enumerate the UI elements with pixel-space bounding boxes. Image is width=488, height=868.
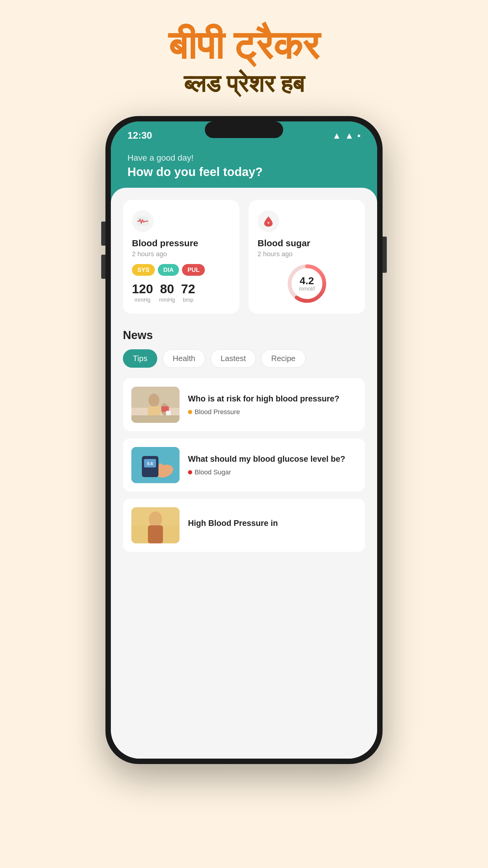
gauge-center: 4.2 mmol/l xyxy=(299,276,315,292)
tag-dot-2 xyxy=(188,470,192,474)
badge-dia: DIA xyxy=(158,264,179,276)
svg-text:+: + xyxy=(267,220,270,225)
tab-lastest[interactable]: Lastest xyxy=(210,349,256,368)
news-item-3[interactable]: High Blood Pressure in xyxy=(123,499,365,552)
news-image-2: 5.6 xyxy=(131,447,180,483)
sugar-gauge: 4.2 mmol/l xyxy=(258,264,356,303)
header-greeting: Have a good day! xyxy=(127,153,361,163)
signal-icon: ▲ xyxy=(345,130,354,141)
phone-mockup: 12:30 ▲ ▲ ▪ Have a good day! How do you … xyxy=(105,116,383,764)
news-item-2[interactable]: 5.6 What should my blood glucose level b… xyxy=(123,438,365,492)
badge-sys: SYS xyxy=(132,264,155,276)
gauge-value: 4.2 xyxy=(299,276,315,286)
news-title-3: High Blood Pressure in xyxy=(188,518,278,529)
blood-pressure-card[interactable]: Blood pressure 2 hours ago SYS DIA PUL 1… xyxy=(123,200,239,314)
side-button-vol-down xyxy=(101,255,105,279)
news-image-3 xyxy=(131,507,180,544)
sugar-icon: + xyxy=(263,215,274,227)
bp-pul-value: 72 bmp xyxy=(181,282,195,303)
badge-pul: PUL xyxy=(182,264,205,276)
bp-icon-bg xyxy=(132,210,154,232)
news-content-3: High Blood Pressure in xyxy=(188,518,278,532)
bp-values: 120 mmHg 80 mmHg 72 bmp xyxy=(132,282,230,303)
cards-row: Blood pressure 2 hours ago SYS DIA PUL 1… xyxy=(123,200,365,314)
sugar-card-time: 2 hours ago xyxy=(258,250,356,258)
svg-rect-11 xyxy=(166,411,171,415)
bp-dia-value: 80 mmHg xyxy=(159,282,175,303)
news-item-1[interactable]: Who is at risk for high blood pressure? … xyxy=(123,378,365,431)
news-title-1: Who is at risk for high blood pressure? xyxy=(188,394,339,404)
news-section-title: News xyxy=(123,329,365,342)
gauge-unit: mmol/l xyxy=(299,286,315,292)
news-content-1: Who is at risk for high blood pressure? … xyxy=(188,394,339,415)
app-title-area: बीपी ट्रैकर ब्लड प्रेशर हब xyxy=(168,0,320,98)
sugar-icon-bg: + xyxy=(258,210,279,232)
phone-notch xyxy=(205,121,283,138)
app-title-sub: ब्लड प्रेशर हब xyxy=(168,70,320,98)
svg-rect-21 xyxy=(148,525,163,544)
bp-card-title: Blood pressure xyxy=(132,238,230,248)
news-tag-2: Blood Sugar xyxy=(188,468,345,476)
blood-sugar-card[interactable]: + Blood sugar 2 hours ago xyxy=(249,200,365,314)
news-tag-1: Blood Pressure xyxy=(188,408,339,416)
phone-screen: 12:30 ▲ ▲ ▪ Have a good day! How do you … xyxy=(111,121,377,758)
news-image-1 xyxy=(131,387,180,423)
bp-sys-value: 120 mmHg xyxy=(132,282,153,303)
tab-tips[interactable]: Tips xyxy=(123,349,157,368)
svg-text:5.6: 5.6 xyxy=(147,461,153,466)
bp-badges: SYS DIA PUL xyxy=(132,264,230,276)
main-content: Blood pressure 2 hours ago SYS DIA PUL 1… xyxy=(111,188,377,758)
sugar-card-title: Blood sugar xyxy=(258,238,356,248)
news-title-2: What should my blood glucose level be? xyxy=(188,454,345,464)
news-tag-label-1: Blood Pressure xyxy=(195,408,240,416)
news-tag-label-2: Blood Sugar xyxy=(195,468,231,476)
tag-dot-1 xyxy=(188,410,192,414)
news-thumb-3 xyxy=(131,507,180,544)
status-time: 12:30 xyxy=(127,130,152,141)
bp-card-time: 2 hours ago xyxy=(132,250,230,258)
wifi-icon: ▲ xyxy=(332,130,341,141)
tab-health[interactable]: Health xyxy=(163,349,205,368)
side-button-vol-up xyxy=(101,221,105,246)
status-icons: ▲ ▲ ▪ xyxy=(332,130,361,141)
svg-rect-10 xyxy=(131,415,180,423)
header-question: How do you feel today? xyxy=(127,165,361,179)
tab-recipe[interactable]: Recipe xyxy=(261,349,305,368)
svg-rect-14 xyxy=(158,464,163,474)
news-thumb-1 xyxy=(131,387,180,423)
svg-point-6 xyxy=(149,394,159,407)
news-thumb-2: 5.6 xyxy=(131,447,180,483)
filter-tabs: Tips Health Lastest Recipe xyxy=(123,349,365,368)
app-title-main: बीपी ट्रैकर xyxy=(168,24,320,67)
bp-icon xyxy=(137,217,149,226)
news-content-2: What should my blood glucose level be? B… xyxy=(188,454,345,476)
svg-rect-22 xyxy=(131,507,180,525)
gauge-container: 4.2 mmol/l xyxy=(287,264,327,303)
side-button-power xyxy=(383,237,387,273)
battery-icon: ▪ xyxy=(357,130,361,141)
